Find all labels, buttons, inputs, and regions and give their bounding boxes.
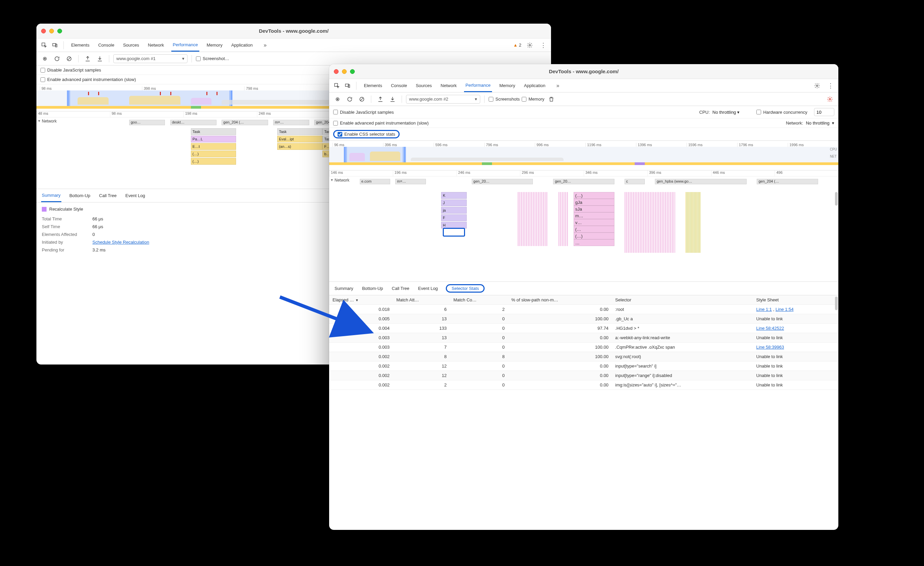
- download-profile-icon[interactable]: [95, 54, 105, 64]
- warnings-badge[interactable]: ▲ 2: [513, 42, 521, 48]
- reload-record-button[interactable]: [52, 54, 62, 64]
- record-button[interactable]: [333, 94, 343, 104]
- network-throttling-select[interactable]: No throttling ▾: [806, 120, 834, 126]
- table-row[interactable]: 0.004133097.74.HG1dvd > *Line 58:42522: [329, 324, 838, 333]
- upload-profile-icon[interactable]: [375, 94, 386, 104]
- network-request-chip[interactable]: gen_204 (…: [757, 179, 818, 184]
- disable-js-samples-checkbox[interactable]: Disable JavaScript samples: [333, 110, 394, 115]
- flame-task[interactable]: Task: [277, 128, 322, 135]
- clear-button[interactable]: [357, 94, 367, 104]
- col-selector[interactable]: Selector: [612, 295, 753, 305]
- tab-elements[interactable]: Elements: [363, 79, 383, 92]
- tab-elements[interactable]: Elements: [70, 39, 91, 52]
- stylesheet-link[interactable]: Line 1:1: [756, 307, 772, 312]
- flame-frame[interactable]: …: [574, 239, 614, 246]
- close-window-icon[interactable]: [41, 29, 46, 33]
- timeline-overview[interactable]: 96 ms396 ms596 ms796 ms996 ms1196 ms1396…: [329, 141, 838, 170]
- advanced-paint-checkbox[interactable]: Enable advanced paint instrumentation (s…: [40, 77, 136, 82]
- zoom-window-icon[interactable]: [350, 69, 355, 74]
- close-window-icon[interactable]: [334, 69, 339, 74]
- table-row[interactable]: 0.005130100.00.gb_Uc aUnable to link: [329, 314, 838, 324]
- flame-frame[interactable]: K: [441, 192, 467, 199]
- flame-evaluate-script[interactable]: Eval…ipt: [277, 135, 322, 142]
- flame-task[interactable]: Task: [191, 128, 236, 135]
- network-request-chip[interactable]: m=…: [273, 120, 309, 125]
- network-request-chip[interactable]: c: [624, 179, 645, 184]
- network-request-chip[interactable]: m=…: [395, 179, 426, 184]
- flame-frame[interactable]: v…: [574, 219, 614, 226]
- flame-frame[interactable]: m…: [574, 212, 614, 219]
- network-request-chip[interactable]: gen_20…: [553, 179, 614, 184]
- memory-checkbox[interactable]: Memory: [522, 96, 544, 102]
- network-request-chip[interactable]: gen_hpba (www.go…: [655, 179, 747, 184]
- settings-gear-icon[interactable]: [812, 81, 822, 91]
- flame-scrollbar[interactable]: [835, 192, 838, 206]
- window-controls[interactable]: [334, 69, 355, 74]
- detail-tab-bottom-up[interactable]: Bottom-Up: [69, 189, 91, 202]
- settings-gear-icon[interactable]: [525, 40, 535, 50]
- flame-frame[interactable]: sJa: [574, 206, 614, 212]
- flame-frame[interactable]: J: [441, 199, 467, 206]
- network-request-chip[interactable]: e.com: [360, 179, 390, 184]
- disable-js-samples-checkbox[interactable]: Disable JavaScript samples: [40, 68, 101, 72]
- tab-network[interactable]: Network: [440, 79, 458, 92]
- flame-frame[interactable]: (…: [574, 226, 614, 233]
- upload-profile-icon[interactable]: [82, 54, 93, 64]
- more-menu-icon[interactable]: [825, 81, 836, 91]
- more-menu-icon[interactable]: [538, 40, 548, 50]
- device-toolbar-icon[interactable]: [343, 81, 353, 91]
- flame-frame[interactable]: (…): [574, 233, 614, 239]
- tab-application[interactable]: Application: [523, 79, 547, 92]
- tab-console[interactable]: Console: [390, 79, 408, 92]
- stylesheet-link[interactable]: Line 58:42522: [756, 326, 784, 331]
- tab-memory[interactable]: Memory: [498, 79, 517, 92]
- window-controls[interactable]: [41, 29, 62, 33]
- flame-paint-layout[interactable]: Pa…L: [191, 135, 236, 142]
- flame-chart[interactable]: 146 ms196 ms246 ms296 ms346 ms396 ms446 …: [329, 170, 838, 282]
- network-request-chip[interactable]: deskt…: [170, 120, 216, 125]
- detail-tab-summary[interactable]: Summary: [334, 282, 354, 295]
- flame-frame[interactable]: ja: [441, 207, 467, 214]
- col-stylesheet[interactable]: Style Sheet: [753, 295, 838, 305]
- detail-tab-event-log[interactable]: Event Log: [125, 189, 146, 202]
- detail-tab-summary[interactable]: Summary: [41, 189, 62, 202]
- hardware-concurrency-checkbox[interactable]: Hardware concurrency: [756, 110, 807, 115]
- stylesheet-link[interactable]: Line 58:39963: [756, 345, 784, 350]
- flame-frame[interactable]: H: [441, 222, 467, 229]
- flame-frame[interactable]: F: [441, 214, 467, 221]
- minimize-window-icon[interactable]: [342, 69, 346, 74]
- network-request-chip[interactable]: goo…: [129, 120, 165, 125]
- table-row[interactable]: 0.0031300.00a:-webkit-any-link:read-writ…: [329, 333, 838, 343]
- cpu-throttling-select[interactable]: No throttling ▾: [712, 110, 740, 115]
- table-row[interactable]: 0.018620.00:rootLine 1:1 , Line 1:54: [329, 305, 838, 314]
- tab-application[interactable]: Application: [230, 39, 254, 52]
- flame-frame[interactable]: gJa: [574, 199, 614, 206]
- capture-settings-gear-icon[interactable]: [825, 94, 835, 104]
- tab-console[interactable]: Console: [97, 39, 116, 52]
- detail-tab-selector-stats[interactable]: Selector Stats: [451, 286, 480, 291]
- selector-stats-table[interactable]: Elapsed …▼ Match Att… Match Co… % of slo…: [329, 295, 838, 530]
- record-button[interactable]: [40, 54, 50, 64]
- tab-sources[interactable]: Sources: [122, 39, 141, 52]
- garbage-collect-icon[interactable]: [546, 94, 556, 104]
- tab-performance[interactable]: Performance: [171, 39, 199, 52]
- flame-frame[interactable]: E…t: [191, 143, 236, 150]
- stylesheet-link[interactable]: Line 1:54: [776, 307, 794, 312]
- download-profile-icon[interactable]: [387, 94, 398, 104]
- tab-sources[interactable]: Sources: [414, 79, 434, 92]
- flame-frame[interactable]: (…): [191, 151, 236, 157]
- tab-network[interactable]: Network: [147, 39, 166, 52]
- minimize-window-icon[interactable]: [49, 29, 54, 33]
- screenshots-checkbox[interactable]: Screenshots: [489, 96, 520, 102]
- col-elapsed[interactable]: Elapsed …▼: [329, 295, 393, 305]
- detail-tab-bottom-up[interactable]: Bottom-Up: [362, 282, 384, 295]
- network-request-chip[interactable]: gen_20…: [472, 179, 533, 184]
- tab-memory[interactable]: Memory: [206, 39, 224, 52]
- device-toolbar-icon[interactable]: [50, 40, 60, 50]
- detail-tab-event-log[interactable]: Event Log: [417, 282, 439, 295]
- reload-record-button[interactable]: [345, 94, 355, 104]
- summary-initiated-by-link[interactable]: Schedule Style Recalculation: [92, 239, 149, 245]
- table-row[interactable]: 0.002200.00img:is([sizes="auto" i], [siz…: [329, 380, 838, 390]
- tabs-overflow-icon[interactable]: [260, 40, 270, 50]
- table-row[interactable]: 0.00288100.00svg:not(:root)Unable to lin…: [329, 352, 838, 361]
